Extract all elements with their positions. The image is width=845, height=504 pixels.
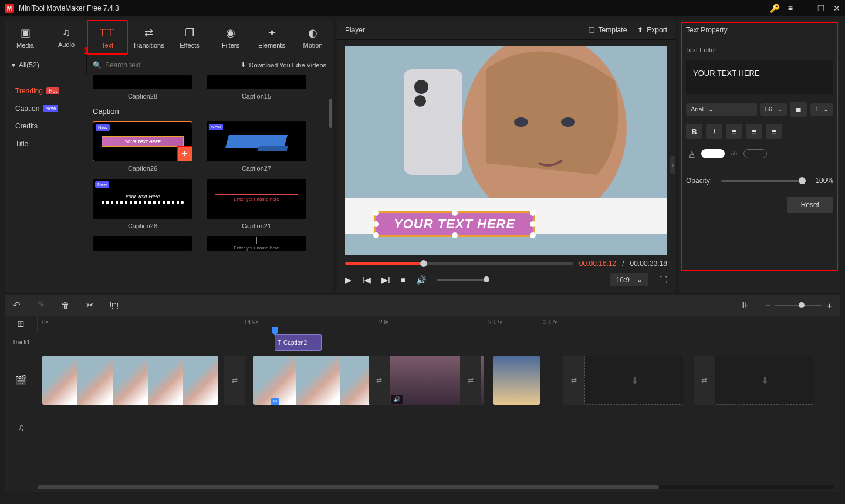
app-title: MiniTool MovieMaker Free 7.4.3 xyxy=(19,4,770,12)
nav-tab-elements[interactable]: ✦Elements xyxy=(251,20,292,55)
close-icon[interactable]: ✕ xyxy=(833,4,840,13)
thumbnail-Caption28[interactable]: NewYour Text Here xyxy=(93,179,192,219)
nav-label: Media xyxy=(16,42,34,49)
time-current: 00:00:16:12 xyxy=(579,259,616,268)
volume-slider[interactable] xyxy=(437,279,489,281)
nav-tab-transitions[interactable]: ⇄Transitions xyxy=(128,20,169,55)
key-icon[interactable]: 🔑 xyxy=(770,4,780,13)
cut-marker: ✂ xyxy=(271,398,279,405)
nav-tab-effects[interactable]: ❐Effects xyxy=(169,20,210,55)
template-button[interactable]: ❏ Template xyxy=(589,26,627,34)
thumbnail-blank[interactable]: Enter your name here xyxy=(207,236,306,251)
font-size-select[interactable]: 56⌄ xyxy=(760,103,787,116)
zoom-slider[interactable] xyxy=(775,305,822,306)
text-editor-input[interactable]: YOUR TEXT HERE xyxy=(686,60,833,94)
maximize-icon[interactable]: ❐ xyxy=(817,4,825,13)
ruler-mark: 23s xyxy=(379,319,388,326)
thumbnail-Caption15[interactable] xyxy=(207,75,306,89)
volume-icon[interactable]: 🔊 xyxy=(416,275,426,285)
minimize-icon[interactable]: — xyxy=(801,4,809,13)
text-clip[interactable]: T Caption2 xyxy=(275,334,322,351)
thumbnail-Caption21[interactable]: Enter your name here xyxy=(207,179,306,219)
timeline-scrollbar[interactable] xyxy=(38,485,834,489)
add-clip-icon: ⬇ xyxy=(631,375,638,386)
fullscreen-button[interactable]: ⛶ xyxy=(659,275,667,285)
transition-slot[interactable]: ⇄ xyxy=(224,356,245,405)
video-track-icon: 🎬 xyxy=(15,374,27,385)
category-title[interactable]: Title xyxy=(5,135,87,153)
video-clip[interactable] xyxy=(42,356,218,405)
video-clip[interactable] xyxy=(493,356,540,405)
snap-button[interactable]: ⊪ xyxy=(741,300,749,310)
transition-slot[interactable]: ⇄ xyxy=(563,356,584,405)
nav-tab-media[interactable]: ▣Media xyxy=(5,20,46,55)
add-button[interactable]: + xyxy=(177,146,192,161)
thumbnail-Caption27[interactable]: New xyxy=(207,121,306,161)
thumb-label: Caption15 xyxy=(242,93,271,100)
add-track-button[interactable]: ⊞ xyxy=(17,319,25,329)
nav-tab-motion[interactable]: ◐Motion xyxy=(292,20,333,55)
category-caption[interactable]: CaptionNew xyxy=(5,100,87,117)
panel-expand-handle[interactable]: › xyxy=(670,156,675,174)
opacity-slider[interactable] xyxy=(721,180,806,182)
audio-track-icon: ♫ xyxy=(18,422,25,433)
export-button[interactable]: ⬆ Export xyxy=(637,26,667,34)
transition-slot[interactable]: ⇄ xyxy=(694,356,715,405)
nav-tab-text[interactable]: T⊤Text xyxy=(87,20,128,55)
zoom-in-button[interactable]: + xyxy=(827,300,832,310)
timeline-ruler[interactable]: 0s14.9s23s28.7s33.7s xyxy=(38,316,840,332)
align-right-button[interactable]: ≡ xyxy=(766,124,782,139)
italic-button[interactable]: I xyxy=(706,124,722,139)
category-trending[interactable]: TrendingHot xyxy=(5,82,87,100)
line-spacing-icon: ≣ xyxy=(790,102,807,117)
reset-button[interactable]: Reset xyxy=(787,197,833,213)
ruler-mark: 33.7s xyxy=(543,319,557,326)
font-family-select[interactable]: Arial⌄ xyxy=(686,103,757,116)
play-button[interactable]: ▶ xyxy=(345,275,351,285)
stop-button[interactable]: ■ xyxy=(401,275,405,285)
nav-label: Audio xyxy=(58,41,75,48)
thumbnail-Caption28[interactable] xyxy=(93,75,192,89)
line-spacing-select[interactable]: 1⌄ xyxy=(810,103,833,116)
bold-button[interactable]: B xyxy=(686,124,702,139)
transition-slot[interactable]: ⇄ xyxy=(460,356,481,405)
text-color-swatch[interactable] xyxy=(701,149,725,158)
nav-tab-audio[interactable]: ♫Audio xyxy=(46,20,87,55)
menu-icon[interactable]: ≡ xyxy=(788,4,793,13)
transition-slot[interactable]: ⇄ xyxy=(369,356,390,405)
empty-clip-slot[interactable]: ⬇ xyxy=(584,356,684,405)
scrollbar-vertical[interactable] xyxy=(329,99,332,128)
search-input[interactable] xyxy=(105,61,228,69)
redo-button[interactable]: ↷ xyxy=(37,300,45,310)
align-left-button[interactable]: ≡ xyxy=(726,124,742,139)
playhead[interactable] xyxy=(275,316,275,492)
thumbnail-Caption26[interactable]: NewYOUR TEXT HERE+2 xyxy=(93,121,192,161)
zoom-out-button[interactable]: − xyxy=(765,300,770,310)
thumbnail-blank[interactable] xyxy=(93,236,192,251)
empty-clip-slot[interactable]: ⬇ xyxy=(715,356,814,405)
video-clip[interactable]: ✂ xyxy=(254,356,383,405)
nav-label: Text xyxy=(102,42,113,49)
next-button[interactable]: ▶I xyxy=(381,275,390,285)
align-center-button[interactable]: ≡ xyxy=(746,124,762,139)
progress-bar[interactable] xyxy=(345,262,573,265)
ruler-mark: 14.9s xyxy=(244,319,258,326)
preview-area[interactable]: YOUR TEXT HERE xyxy=(345,46,667,255)
delete-button[interactable]: 🗑 xyxy=(61,300,70,310)
text-overlay[interactable]: YOUR TEXT HERE xyxy=(374,211,535,237)
aspect-ratio-select[interactable]: 16:9 ⌄ xyxy=(610,273,648,286)
audio-icon: 🔊 xyxy=(391,395,403,404)
crop-button[interactable]: ⿻ xyxy=(110,300,119,310)
category-credits[interactable]: Credits xyxy=(5,117,87,135)
undo-button[interactable]: ↶ xyxy=(13,300,21,310)
text-color-icon: A xyxy=(686,146,698,161)
highlight-color-swatch[interactable] xyxy=(743,149,767,158)
split-button[interactable]: ✂ xyxy=(86,300,94,310)
template-icon: ❏ xyxy=(589,26,595,34)
filters-icon: ◉ xyxy=(226,26,235,39)
download-youtube-link[interactable]: ⬇ Download YouTube Videos xyxy=(234,61,334,69)
all-dropdown[interactable]: ▾ All(52) xyxy=(5,55,87,75)
prev-button[interactable]: I◀ xyxy=(362,275,371,285)
thumb-label: Caption27 xyxy=(242,165,271,172)
nav-tab-filters[interactable]: ◉Filters xyxy=(210,20,251,55)
